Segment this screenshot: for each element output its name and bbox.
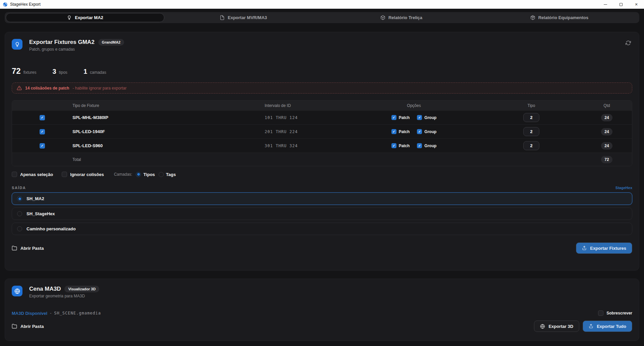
fixtures-table: Tipo de Fixture Intervalo de ID Opções T… bbox=[12, 100, 632, 166]
window-title: StageHex Export bbox=[10, 2, 41, 7]
output-choice-sh-stagehex[interactable]: SH_StageHex bbox=[12, 208, 632, 220]
type-count-input[interactable] bbox=[523, 141, 539, 150]
stat-value: 1 bbox=[84, 68, 87, 75]
table-row: SPL-MHL-M380IP 101 THRU 124 Patch Group … bbox=[12, 110, 632, 124]
fixture-name: SPL-MHL-M380IP bbox=[72, 115, 108, 120]
fixture-name: SPL-LED-S960 bbox=[72, 143, 103, 148]
radio-icon bbox=[159, 172, 164, 177]
total-label: Total bbox=[72, 157, 81, 162]
app-logo-icon bbox=[3, 2, 8, 7]
qty-badge: 24 bbox=[601, 142, 612, 150]
table-header-row: Tipo de Fixture Intervalo de ID Opções T… bbox=[12, 101, 632, 110]
cube-icon bbox=[380, 15, 385, 20]
checkbox-icon bbox=[391, 143, 396, 148]
panel-header: Exportar Fixtures GMA2 GrandMA2 Patch, g… bbox=[12, 39, 632, 52]
stat-fixtures: 72 fixtures bbox=[12, 66, 36, 76]
folder-icon bbox=[12, 324, 17, 329]
only-selection-label: Apenas seleção bbox=[20, 172, 53, 177]
filter-options-row: Apenas seleção Ignorar colisões Camadas:… bbox=[12, 172, 632, 177]
open-folder-label: Abrir Pasta bbox=[20, 324, 44, 329]
tab-relatorio-equipamentos[interactable]: Relatório Equipamentos bbox=[480, 13, 638, 22]
row-select-checkbox[interactable] bbox=[40, 129, 45, 134]
checkbox-icon bbox=[12, 172, 17, 177]
tab-exportar-ma2[interactable]: Exportar MA2 bbox=[6, 13, 164, 22]
patch-checkbox[interactable]: Patch bbox=[391, 129, 410, 134]
tab-bar: Exportar MA2 Exportar MVR/MA3 Relatório … bbox=[5, 12, 639, 23]
group-checkbox[interactable]: Group bbox=[417, 143, 436, 148]
export-fixtures-button[interactable]: Exportar Fixtures bbox=[576, 242, 632, 254]
type-count-input[interactable] bbox=[523, 113, 539, 122]
warning-detail: - habilite ignorar para exportar bbox=[72, 86, 126, 91]
group-checkbox[interactable]: Group bbox=[417, 115, 436, 120]
qty-badge: 24 bbox=[601, 128, 612, 135]
export-all-button[interactable]: Exportar Tudo bbox=[583, 321, 632, 332]
maximize-button[interactable] bbox=[613, 0, 629, 9]
radio-icon bbox=[17, 226, 22, 231]
checkbox-icon bbox=[417, 129, 422, 134]
layers-radio-tags[interactable]: Tags bbox=[159, 172, 176, 177]
globe-icon bbox=[12, 286, 22, 296]
total-qty-badge: 72 bbox=[601, 156, 612, 163]
patch-label: Patch bbox=[399, 115, 410, 120]
checkbox-icon bbox=[417, 115, 422, 120]
radio-icon bbox=[136, 172, 141, 177]
overwrite-label: Sobrescrever bbox=[606, 311, 632, 315]
checkbox-icon bbox=[391, 129, 396, 134]
group-checkbox[interactable]: Group bbox=[417, 129, 436, 134]
titlebar: StageHex Export bbox=[0, 0, 644, 9]
tab-label: Exportar MA2 bbox=[75, 15, 103, 20]
choice-label: SH_StageHex bbox=[26, 211, 55, 216]
panel-title: Cena MA3D bbox=[29, 286, 61, 292]
tab-exportar-mvr-ma3[interactable]: Exportar MVR/MA3 bbox=[164, 13, 322, 22]
stat-tipos: 3 tipos bbox=[52, 68, 67, 75]
export-fixtures-panel: Exportar Fixtures GMA2 GrandMA2 Patch, g… bbox=[5, 32, 639, 271]
group-label: Group bbox=[424, 143, 436, 148]
choice-label: Caminho personalizado bbox=[26, 226, 76, 231]
id-range: 201 THRU 224 bbox=[246, 129, 347, 134]
refresh-icon[interactable] bbox=[624, 39, 632, 47]
lightbulb-icon bbox=[12, 39, 22, 50]
export-3d-button[interactable]: Exportar 3D bbox=[534, 321, 579, 332]
ma3d-available-link[interactable]: MA3D Disponível bbox=[12, 311, 47, 316]
layers-radio-tipos[interactable]: Tipos bbox=[136, 172, 155, 177]
panel-title: Exportar Fixtures GMA2 bbox=[29, 39, 95, 46]
type-count-input[interactable] bbox=[523, 127, 539, 136]
checkbox-icon bbox=[598, 310, 603, 316]
tab-relatorio-trelica[interactable]: Relatório Treliça bbox=[322, 13, 480, 22]
folder-icon bbox=[12, 245, 17, 251]
id-range: 301 THRU 324 bbox=[246, 143, 347, 148]
radio-icon bbox=[17, 211, 22, 216]
patch-label: Patch bbox=[399, 129, 410, 134]
stat-label: tipos bbox=[59, 70, 67, 75]
lightbulb-icon bbox=[67, 15, 72, 20]
only-selection-checkbox[interactable]: Apenas seleção bbox=[12, 172, 53, 177]
panel-header: Cena MA3D Visualizador 3D Exportar geome… bbox=[12, 286, 632, 298]
grandma2-badge: GrandMA2 bbox=[98, 39, 124, 46]
minimize-button[interactable] bbox=[598, 0, 613, 9]
close-button[interactable] bbox=[629, 0, 644, 9]
stagehex-link[interactable]: StageHex bbox=[615, 186, 632, 190]
output-choice-sh-ma2[interactable]: SH_MA2 bbox=[12, 192, 632, 205]
output-choice-custom-path[interactable]: Caminho personalizado bbox=[12, 223, 632, 235]
group-label: Group bbox=[424, 115, 436, 120]
row-select-checkbox[interactable] bbox=[40, 143, 45, 149]
visualizador-3d-badge: Visualizador 3D bbox=[64, 286, 99, 292]
stat-label: camadas bbox=[90, 70, 106, 75]
patch-checkbox[interactable]: Patch bbox=[391, 115, 410, 120]
open-folder-button[interactable]: Abrir Pasta bbox=[12, 324, 44, 329]
overwrite-checkbox[interactable]: Sobrescrever bbox=[598, 310, 632, 316]
open-folder-button[interactable]: Abrir Pasta bbox=[12, 245, 44, 251]
layers-label: Camadas: bbox=[114, 172, 132, 177]
ignore-collisions-checkbox[interactable]: Ignorar colisões bbox=[62, 172, 104, 177]
export-3d-label: Exportar 3D bbox=[548, 324, 573, 329]
output-section-label: SAÍDA bbox=[12, 186, 26, 190]
export-fixtures-label: Exportar Fixtures bbox=[590, 246, 626, 251]
scene-filename: SH_SCENE.gmamedia bbox=[54, 311, 101, 315]
patch-checkbox[interactable]: Patch bbox=[391, 143, 410, 148]
row-select-checkbox[interactable] bbox=[40, 115, 45, 120]
patch-collision-warning: 14 colisãoões de patch - habilite ignora… bbox=[12, 82, 632, 94]
col-header-fixture: Tipo de Fixture bbox=[72, 103, 246, 108]
table-total-row: Total 72 bbox=[12, 153, 632, 166]
file-icon bbox=[220, 15, 225, 20]
stat-label: fixtures bbox=[23, 70, 37, 75]
